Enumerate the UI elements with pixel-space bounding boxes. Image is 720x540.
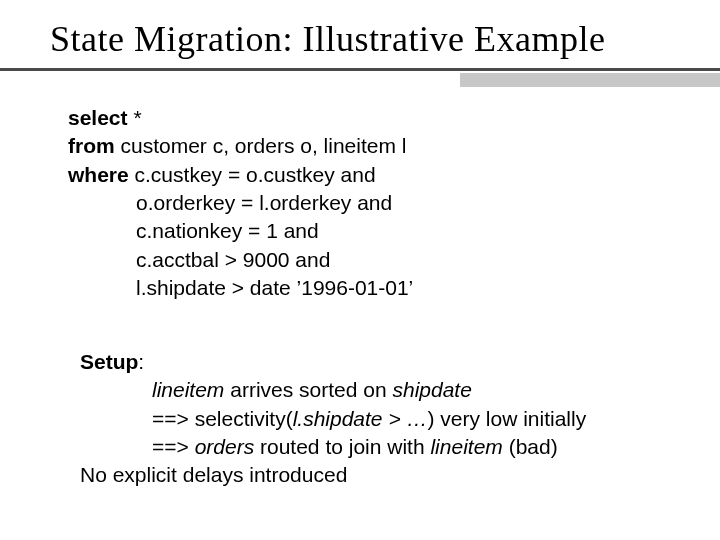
- setup-line-1a: lineitem: [152, 378, 224, 401]
- title-underline-dark: [0, 68, 720, 71]
- setup-line-3e: (bad): [503, 435, 558, 458]
- setup-label-line: Setup:: [80, 348, 586, 376]
- setup-label: Setup: [80, 350, 138, 373]
- setup-line-1c: shipdate: [392, 378, 471, 401]
- setup-line-1: lineitem arrives sorted on shipdate: [80, 376, 586, 404]
- setup-line-3c: routed to join with: [254, 435, 430, 458]
- slide-title: State Migration: Illustrative Example: [50, 18, 690, 60]
- setup-line-2a: ==> selectivity(: [152, 407, 293, 430]
- select-star: *: [128, 106, 142, 129]
- sql-select-line: select *: [68, 104, 413, 132]
- where-cond-4: l.shipdate > date ’1996-01-01’: [68, 274, 413, 302]
- where-first: c.custkey = o.custkey and: [129, 163, 376, 186]
- setup-line-3: ==> orders routed to join with lineitem …: [80, 433, 586, 461]
- setup-line-1b: arrives sorted on: [224, 378, 392, 401]
- kw-where: where: [68, 163, 129, 186]
- setup-line-3b: orders: [195, 435, 255, 458]
- kw-select: select: [68, 106, 128, 129]
- where-cond-1: o.orderkey = l.orderkey and: [68, 189, 413, 217]
- where-cond-3: c.acctbal > 9000 and: [68, 246, 413, 274]
- sql-query-block: select * from customer c, orders o, line…: [68, 104, 413, 302]
- setup-line-2: ==> selectivity(l.shipdate > …) very low…: [80, 405, 586, 433]
- setup-colon: :: [138, 350, 144, 373]
- sql-from-line: from customer c, orders o, lineitem l: [68, 132, 413, 160]
- kw-from: from: [68, 134, 115, 157]
- sql-where-line: where c.custkey = o.custkey and: [68, 161, 413, 189]
- setup-line-2b: l.shipdate > …: [293, 407, 428, 430]
- from-rest: customer c, orders o, lineitem l: [115, 134, 407, 157]
- title-underline-light: [460, 73, 720, 87]
- setup-block: Setup: lineitem arrives sorted on shipda…: [80, 348, 586, 490]
- setup-line-2c: ) very low initially: [428, 407, 587, 430]
- setup-line-4: No explicit delays introduced: [80, 461, 586, 489]
- setup-line-3a: ==>: [152, 435, 195, 458]
- setup-line-3d: lineitem: [430, 435, 502, 458]
- where-cond-2: c.nationkey = 1 and: [68, 217, 413, 245]
